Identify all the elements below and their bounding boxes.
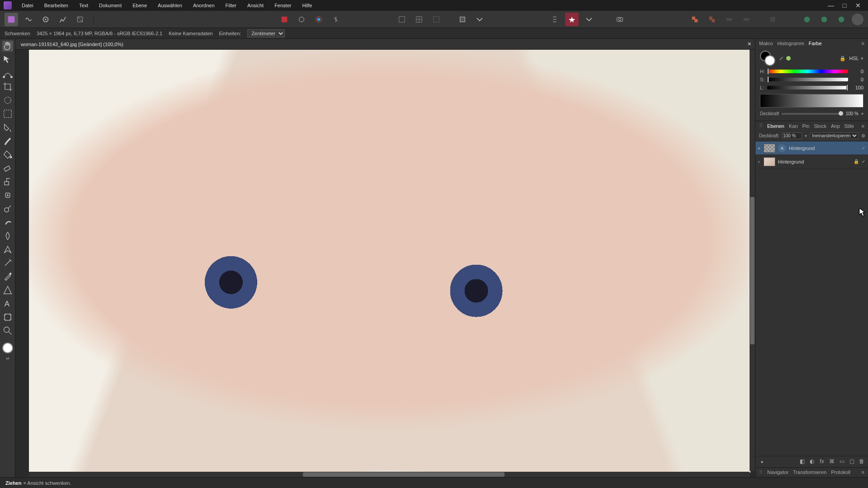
viewport[interactable] bbox=[15, 50, 755, 477]
document-tab[interactable]: woman-1919143_640.jpg [Geändert] (100,0%… bbox=[18, 42, 126, 47]
layer-row[interactable]: ▸ Hintergrund 🔒 ✓ bbox=[755, 155, 868, 169]
smudge-tool-icon[interactable] bbox=[2, 217, 13, 228]
opacity-slider[interactable] bbox=[782, 113, 843, 115]
color-picker-icon[interactable] bbox=[2, 271, 13, 282]
retouch-tool-icon[interactable] bbox=[2, 258, 13, 268]
preview-icon[interactable] bbox=[613, 13, 627, 26]
auto-white-balance-icon[interactable] bbox=[295, 13, 308, 26]
menu-ebene[interactable]: Ebene bbox=[128, 1, 151, 9]
heal-tool-icon[interactable] bbox=[2, 190, 13, 201]
mask-layer-icon[interactable]: ◧ bbox=[798, 458, 806, 465]
menu-auswaehlen[interactable]: Auswählen bbox=[153, 1, 187, 9]
layer-visibility-icon[interactable]: ✓ bbox=[862, 159, 865, 164]
sync-1-icon[interactable] bbox=[800, 13, 814, 26]
sync-3-icon[interactable] bbox=[835, 13, 848, 26]
fx-layer-icon[interactable]: fx bbox=[818, 458, 826, 465]
tab-navigator[interactable]: Navigator bbox=[767, 469, 788, 475]
scrollbar-thumb[interactable] bbox=[750, 197, 755, 344]
layer-tag-icon[interactable]: ⬥ bbox=[758, 458, 765, 465]
secondary-color-icon[interactable] bbox=[764, 55, 775, 66]
auto-levels-icon[interactable] bbox=[312, 13, 326, 26]
zoom-tool-icon[interactable] bbox=[2, 325, 13, 336]
group-layer-icon[interactable]: ▭ bbox=[838, 458, 845, 465]
clone-tool-icon[interactable] bbox=[2, 176, 13, 187]
menu-dokument[interactable]: Dokument bbox=[94, 1, 126, 9]
menu-hilfe[interactable]: Hilfe bbox=[297, 1, 316, 9]
tab-makro[interactable]: Makro bbox=[759, 41, 773, 46]
grid-3-icon[interactable] bbox=[429, 13, 443, 26]
menu-bearbeiten[interactable]: Bearbeiten bbox=[40, 1, 73, 9]
vertical-scrollbar[interactable] bbox=[750, 50, 755, 471]
crop-dropdown-icon[interactable] bbox=[473, 13, 486, 26]
grid-1-icon[interactable] bbox=[395, 13, 409, 26]
erase-tool-icon[interactable] bbox=[2, 163, 13, 174]
menu-datei[interactable]: Datei bbox=[17, 1, 38, 9]
tab-pin[interactable]: Pin bbox=[802, 123, 810, 129]
assistant-icon[interactable] bbox=[565, 13, 579, 26]
swatch-toggle-icon[interactable]: ⇄ bbox=[6, 356, 9, 361]
sat-slider[interactable]: S: 0 bbox=[760, 77, 863, 82]
layer-name[interactable]: Hintergrund bbox=[778, 159, 851, 164]
dodge-tool-icon[interactable] bbox=[2, 203, 13, 214]
tab-farbe[interactable]: Farbe bbox=[809, 41, 822, 46]
account-avatar-icon[interactable] bbox=[852, 14, 863, 25]
scrollbar-thumb[interactable] bbox=[303, 472, 505, 477]
tab-transformieren[interactable]: Transformieren bbox=[793, 469, 826, 475]
liquify-persona-icon[interactable] bbox=[22, 13, 35, 26]
color-wells[interactable] bbox=[760, 51, 775, 66]
selection-indicator-icon[interactable] bbox=[278, 13, 291, 26]
blur-tool-icon[interactable] bbox=[2, 230, 13, 241]
minimize-icon[interactable]: — bbox=[827, 2, 835, 9]
tab-histogramm[interactable]: Histogramm bbox=[778, 41, 804, 46]
menu-anordnen[interactable]: Anordnen bbox=[189, 1, 219, 9]
lock-icon[interactable]: 🔒 bbox=[840, 56, 846, 61]
sync-2-icon[interactable] bbox=[817, 13, 831, 26]
marquee-tool-icon[interactable] bbox=[2, 108, 13, 119]
flood-select-icon[interactable] bbox=[2, 122, 13, 133]
panel-grip-icon[interactable]: ⠿ bbox=[759, 123, 763, 129]
canvas-image[interactable] bbox=[29, 50, 750, 473]
layer-lock-indicator-icon[interactable]: 🔒 bbox=[854, 159, 859, 164]
arrange-1-icon[interactable] bbox=[688, 13, 702, 26]
horizontal-scrollbar[interactable] bbox=[29, 472, 750, 477]
arrange-5-icon[interactable] bbox=[766, 13, 779, 26]
panel-grip-icon[interactable]: ⠿ bbox=[759, 469, 763, 475]
photo-persona-icon[interactable] bbox=[5, 13, 18, 26]
close-icon[interactable]: ✕ bbox=[854, 2, 862, 9]
tab-protokoll[interactable]: Protokoll bbox=[831, 469, 850, 475]
mode-dropdown-icon[interactable]: ▾ bbox=[861, 56, 863, 61]
layer-row[interactable]: ▸ A Hintergrund ✓ bbox=[755, 141, 868, 155]
text-tool-icon[interactable]: A bbox=[2, 298, 13, 309]
menu-filter[interactable]: Filter bbox=[221, 1, 241, 9]
export-persona-icon[interactable] bbox=[73, 13, 87, 26]
assistant-dropdown-icon[interactable] bbox=[582, 13, 596, 26]
menu-fenster[interactable]: Fenster bbox=[270, 1, 296, 9]
move-tool-icon[interactable] bbox=[2, 54, 13, 65]
grid-2-icon[interactable] bbox=[412, 13, 426, 26]
brush-tool-icon[interactable] bbox=[2, 136, 13, 146]
blend-mode-select[interactable]: Ineinanderkopieren bbox=[810, 132, 859, 139]
menu-text[interactable]: Text bbox=[75, 1, 93, 9]
auto-contrast-icon[interactable] bbox=[329, 13, 343, 26]
layer-fx-icon[interactable]: ⚙ bbox=[861, 133, 865, 138]
crop-tool-icon[interactable] bbox=[2, 81, 13, 92]
panel-menu-icon[interactable]: ≡ bbox=[862, 469, 864, 475]
panel-menu-icon[interactable]: ≡ bbox=[862, 41, 864, 46]
color-mode-label[interactable]: HSL bbox=[849, 56, 859, 61]
snap-toggle-icon[interactable] bbox=[548, 13, 561, 26]
arrange-2-icon[interactable] bbox=[705, 13, 719, 26]
hand-tool-icon[interactable] bbox=[2, 41, 13, 52]
opacity-dropdown-icon[interactable]: ▾ bbox=[805, 133, 807, 138]
units-select[interactable]: Zentimeter bbox=[247, 29, 285, 38]
delete-layer-icon[interactable]: 🗑 bbox=[858, 458, 865, 465]
layer-expand-icon[interactable]: ▸ bbox=[758, 145, 761, 151]
lum-slider[interactable]: L: 100 bbox=[760, 85, 863, 90]
layer-name[interactable]: Hintergrund bbox=[789, 145, 859, 151]
crop-mode-icon[interactable] bbox=[456, 13, 469, 26]
hue-slider[interactable]: H: 0 bbox=[760, 69, 863, 74]
pen-tool-icon[interactable] bbox=[2, 244, 13, 255]
tab-kan[interactable]: Kan bbox=[789, 123, 798, 129]
panel-menu-icon[interactable]: ≡ bbox=[862, 123, 864, 129]
selection-brush-icon[interactable] bbox=[2, 95, 13, 106]
layer-thumb-icon[interactable] bbox=[764, 157, 775, 166]
